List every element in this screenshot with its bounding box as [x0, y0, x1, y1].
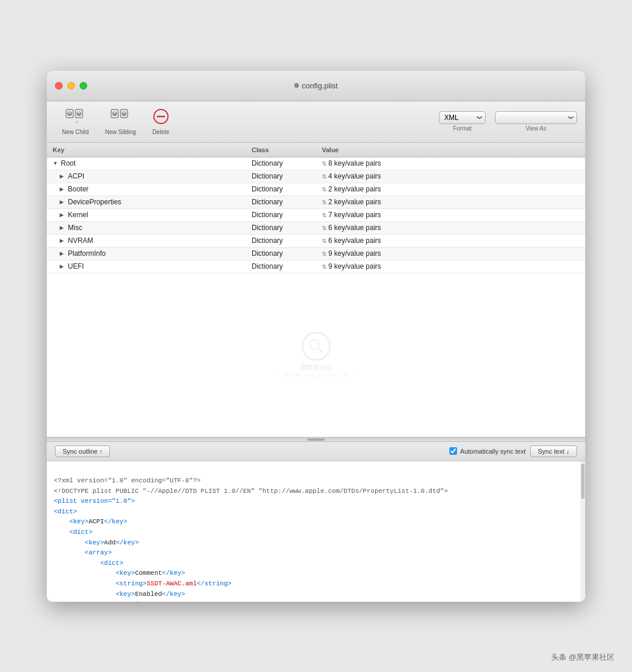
divider-handle[interactable]: [47, 437, 585, 442]
maximize-button[interactable]: [80, 82, 87, 90]
table-row[interactable]: ▶ UEFI Dictionary ⇅ 9 key/value pairs: [47, 260, 585, 273]
xml-pi: <?xml version="1.0" encoding="UTF-8"?>: [54, 477, 201, 484]
table-row[interactable]: ▶ Kernel Dictionary ⇅ 7 key/value pairs: [47, 209, 585, 222]
class-cell: Dictionary: [246, 248, 316, 260]
new-sibling-icon: [110, 108, 131, 128]
auto-sync-checkbox[interactable]: [449, 447, 457, 455]
xml-doctype: <!DOCTYPE plist PUBLIC "-//Apple//DTD PL…: [54, 488, 448, 495]
class-cell: Dictionary: [246, 235, 316, 247]
xml-tag: <array>: [85, 549, 112, 556]
window-title: config.plist: [294, 81, 338, 90]
stepper-icon[interactable]: ⇅: [322, 199, 327, 205]
table-row[interactable]: ▶ Booter Dictionary ⇅ 2 key/value pairs: [47, 183, 585, 196]
stepper-icon[interactable]: ⇅: [322, 212, 327, 218]
viewas-select[interactable]: Default List: [495, 111, 577, 124]
new-sibling-label: New Sibling: [105, 129, 136, 135]
value-cell: ⇅ 2 key/value pairs: [316, 183, 585, 196]
new-sibling-button[interactable]: New Sibling: [98, 106, 143, 138]
key-cell: ▶ NVRAM: [47, 235, 246, 247]
key-cell: ▶ Misc: [47, 222, 246, 234]
svg-point-9: [113, 111, 116, 114]
watermark-circle-icon: [301, 332, 331, 361]
sync-bar: Sync outline ↑ Automatically sync text S…: [47, 442, 585, 461]
sync-outline-button[interactable]: Sync outline ↑: [55, 445, 110, 457]
toolbar: + New Child New Sibling: [47, 101, 585, 143]
xml-scrollbar-thumb[interactable]: [581, 464, 585, 499]
sync-text-button[interactable]: Sync text ↓: [530, 445, 577, 457]
table-row[interactable]: ▶ ACPI Dictionary ⇅ 4 key/value pairs: [47, 170, 585, 183]
main-window: config.plist + New Child: [47, 71, 585, 602]
title-dot-icon: [294, 83, 299, 88]
svg-line-16: [318, 348, 322, 353]
table-row[interactable]: ▶ PlatformInfo Dictionary ⇅ 9 key/value …: [47, 248, 585, 260]
stepper-icon[interactable]: ⇅: [322, 173, 327, 180]
expand-icon[interactable]: ▶: [60, 225, 66, 231]
xml-tag: <true/>: [116, 601, 143, 601]
stepper-icon[interactable]: ⇅: [322, 263, 327, 270]
value-cell: ⇅ 9 key/value pairs: [316, 248, 585, 260]
xml-tag: <dict>: [100, 560, 123, 567]
class-cell: Dictionary: [246, 157, 316, 170]
class-cell: Dictionary: [246, 209, 316, 221]
expand-icon[interactable]: ▼: [53, 160, 59, 166]
toolbar-buttons: + New Child New Sibling: [55, 106, 176, 138]
stepper-icon[interactable]: ⇅: [322, 186, 327, 193]
xml-tag: <dict>: [69, 529, 92, 536]
svg-point-5: [77, 111, 80, 114]
new-child-label: New Child: [62, 129, 89, 135]
expand-icon[interactable]: ▶: [60, 212, 66, 218]
class-cell: Dictionary: [246, 183, 316, 196]
xml-tag: <string>: [116, 580, 147, 587]
key-cell: ▶ ACPI: [47, 170, 246, 183]
xml-tag: <key>: [85, 539, 104, 546]
expand-icon[interactable]: ▶: [60, 238, 66, 244]
new-child-icon: +: [65, 108, 86, 128]
table-row[interactable]: ▶ Misc Dictionary ⇅ 6 key/value pairs: [47, 222, 585, 235]
new-child-button[interactable]: + New Child: [55, 106, 96, 138]
xml-text-content[interactable]: <?xml version="1.0" encoding="UTF-8"?> <…: [47, 461, 585, 602]
stepper-icon[interactable]: ⇅: [322, 160, 327, 167]
minimize-button[interactable]: [67, 82, 75, 90]
close-button[interactable]: [55, 82, 63, 90]
expand-icon[interactable]: ▶: [60, 263, 66, 269]
value-cell: ⇅ 6 key/value pairs: [316, 235, 585, 247]
plist-table: ▼ Root Dictionary ⇅ 8 key/value pairs ▶ …: [47, 157, 585, 273]
class-cell: Dictionary: [246, 170, 316, 183]
delete-icon: [153, 108, 169, 128]
viewas-select-wrap[interactable]: Default List: [495, 111, 577, 124]
watermark: 黑苹果社区 — WWW.IMACOSX.CN —: [274, 332, 358, 378]
value-cell: ⇅ 7 key/value pairs: [316, 209, 585, 221]
sync-right: Automatically sync text Sync text ↓: [449, 445, 577, 457]
table-row[interactable]: ▶ DeviceProperties Dictionary ⇅ 2 key/va…: [47, 196, 585, 209]
xml-scrollbar: [581, 461, 585, 602]
format-select[interactable]: XML Binary JSON: [439, 111, 486, 124]
svg-text:+: +: [75, 119, 78, 125]
class-cell: Dictionary: [246, 196, 316, 208]
expand-icon[interactable]: ▶: [60, 251, 66, 256]
expand-icon[interactable]: ▶: [60, 199, 66, 205]
auto-sync-label[interactable]: Automatically sync text: [449, 447, 525, 455]
class-cell: Dictionary: [246, 222, 316, 234]
stepper-icon[interactable]: ⇅: [322, 238, 327, 244]
xml-tag: <key>: [69, 518, 88, 525]
expand-icon[interactable]: ▶: [60, 186, 66, 192]
class-column-header: Class: [246, 145, 316, 155]
svg-point-2: [68, 111, 71, 114]
format-select-wrap[interactable]: XML Binary JSON: [439, 111, 486, 124]
titlebar: config.plist: [47, 71, 585, 101]
table-row[interactable]: ▼ Root Dictionary ⇅ 8 key/value pairs: [47, 157, 585, 170]
stepper-icon[interactable]: ⇅: [322, 251, 327, 257]
delete-button[interactable]: Delete: [145, 106, 176, 138]
table-row[interactable]: ▶ NVRAM Dictionary ⇅ 6 key/value pairs: [47, 235, 585, 248]
value-cell: ⇅ 2 key/value pairs: [316, 196, 585, 208]
expand-icon[interactable]: ▶: [60, 173, 66, 179]
viewas-label: View As: [525, 125, 546, 132]
divider-indicator: [307, 438, 325, 441]
xml-tag: <plist version="1.0">: [54, 498, 135, 505]
value-cell: ⇅ 6 key/value pairs: [316, 222, 585, 234]
key-cell: ▶ DeviceProperties: [47, 196, 246, 208]
key-cell: ▶ UEFI: [47, 260, 246, 273]
format-label: Format: [453, 125, 472, 132]
stepper-icon[interactable]: ⇅: [322, 225, 327, 231]
attribution: 头条 @黑苹果社区: [551, 652, 614, 663]
